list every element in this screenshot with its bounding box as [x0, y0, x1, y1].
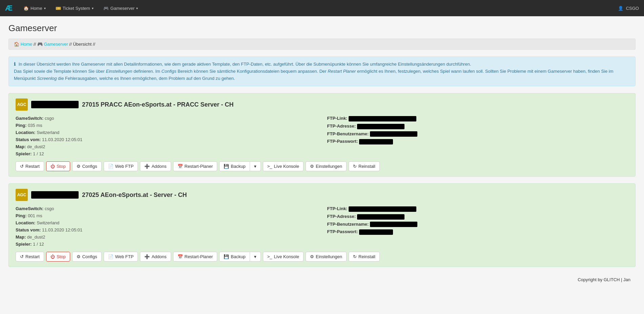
backup-icon: 💾: [224, 254, 229, 259]
backup-dropdown-2[interactable]: ▾: [250, 252, 261, 262]
gameswitch-row-1: GameSwitch: csgo: [16, 116, 317, 121]
stop-button-1[interactable]: ⏻ Stop: [46, 161, 70, 171]
location-val-2: Switzerland: [37, 220, 59, 225]
addons-button-2[interactable]: ➕ Addons: [140, 252, 171, 262]
ftp-pass-val-2: [359, 229, 393, 235]
server-header-2: AGC 27025 AEon-eSports.at - Server - CH: [16, 189, 628, 201]
breadcrumb-gameserver[interactable]: 🎮 Gameserver: [37, 42, 68, 47]
configs-icon: ⚙: [77, 164, 81, 169]
configs-button-1[interactable]: ⚙ Configs: [72, 161, 102, 171]
alert-text2: Das Spiel sowie die Template können Sie …: [14, 69, 106, 74]
addons-icon: ➕: [144, 164, 150, 169]
info-alert: ℹ In dieser Übersicht werden Ihre Gamese…: [8, 57, 636, 86]
alert-link4[interactable]: Screenlog: [37, 76, 57, 81]
backup-group-2: 💾 Backup ▾: [219, 252, 261, 262]
configs-icon: ⚙: [77, 254, 81, 259]
map-row-1: Map: de_dust2: [16, 144, 317, 149]
alert-text6: die Fehlerausgaben, welche es Ihnen ermö…: [57, 76, 235, 81]
console-icon: >_: [267, 164, 272, 169]
restart-button-1[interactable]: ↺ Restart: [16, 161, 44, 171]
restartplaner-button-2[interactable]: 📅 Restart-Planer: [173, 252, 217, 262]
ftp-user-row-2: FTP-Benutzername:: [327, 222, 629, 227]
breadcrumb-current: Übersicht: [73, 42, 91, 47]
alert-text3: definieren. Im: [132, 69, 162, 74]
stop-button-2[interactable]: ⏻ Stop: [46, 252, 70, 262]
alert-link2[interactable]: Configs: [162, 69, 176, 74]
players-row-2: Spieler: 1 / 12: [16, 242, 317, 247]
ftp-addr-val-1: [357, 124, 404, 129]
addons-button-1[interactable]: ➕ Addons: [140, 161, 171, 171]
ftp-pass-row-1: FTP-Passwort:: [327, 139, 629, 144]
page-content: Gameserver 🏠 Home // 🎮 Gameserver // Übe…: [0, 16, 644, 292]
console-button-1[interactable]: >_ Live Konsole: [263, 161, 304, 171]
nav-ticket[interactable]: 🎫 Ticket System ▾: [51, 3, 98, 14]
ping-row-1: Ping: 035 ms: [16, 123, 317, 128]
ping-row-2: Ping: 001 ms: [16, 213, 317, 218]
alert-text4: Bereich können Sie sämtliche Konfigurati…: [176, 69, 328, 74]
restart-button-2[interactable]: ↺ Restart: [16, 252, 44, 262]
status-val-2: 11.03.2020 12:05:01: [42, 227, 82, 232]
webftp-button-2[interactable]: 📄 Web FTP: [104, 252, 138, 262]
location-row-1: Location: Switzerland: [16, 130, 317, 135]
nav-gameserver-label: Gameserver: [110, 6, 135, 11]
ftp-icon: 📄: [108, 164, 113, 169]
gameswitch-val-2: csgo: [45, 206, 54, 211]
map-val-2: de_dust2: [27, 234, 45, 240]
stop-icon: ⏻: [50, 164, 55, 169]
settings-button-1[interactable]: ⚙ Einstellungen: [306, 161, 347, 171]
nav-right: 👤 CSGO: [618, 6, 639, 11]
location-row-2: Location: Switzerland: [16, 220, 317, 225]
backup-dropdown-1[interactable]: ▾: [250, 161, 261, 171]
ftp-addr-row-2: FTP-Adresse:: [327, 214, 629, 220]
server-ip-2: [31, 191, 79, 199]
stop-icon: ⏻: [50, 254, 55, 259]
configs-button-2[interactable]: ⚙ Configs: [72, 252, 102, 262]
ftp-user-val-1: [370, 131, 417, 137]
breadcrumb: 🏠 Home // 🎮 Gameserver // Übersicht //: [8, 39, 636, 50]
gameswitch-row-2: GameSwitch: csgo: [16, 206, 317, 211]
backup-group-1: 💾 Backup ▾: [219, 161, 261, 171]
alert-link3[interactable]: Restart Planer: [328, 69, 356, 74]
navbar: Æ 🏠 Home ▾ 🎫 Ticket System ▾ 🎮 Gameserve…: [0, 0, 644, 16]
map-row-2: Map: de_dust2: [16, 234, 317, 240]
console-button-2[interactable]: >_ Live Konsole: [263, 252, 304, 262]
server-info-left-1: GameSwitch: csgo Ping: 035 ms Location: …: [16, 116, 317, 156]
reinstall-button-2[interactable]: ↻ Reinstall: [349, 252, 380, 262]
brand-logo[interactable]: Æ: [5, 4, 13, 13]
server-ip-1: [31, 101, 79, 108]
breadcrumb-home[interactable]: 🏠 Home: [14, 42, 32, 47]
status-row-2: Status vom: 11.03.2020 12:05:01: [16, 227, 317, 232]
nav-gameserver[interactable]: 🎮 Gameserver ▾: [99, 3, 142, 14]
info-icon: ℹ: [14, 62, 16, 67]
status-val-1: 11.03.2020 12:05:01: [42, 137, 82, 142]
reinstall-icon: ↻: [353, 254, 357, 259]
page-title: Gameserver: [8, 23, 636, 33]
alert-text1: In dieser Übersicht werden Ihre Gameserv…: [19, 62, 471, 67]
action-buttons-2: ↺ Restart ⏻ Stop ⚙ Configs 📄 Web FTP ➕ A…: [16, 252, 628, 262]
server-info-2: GameSwitch: csgo Ping: 001 ms Location: …: [16, 206, 628, 247]
server-title-1: 27015 PRACC AEon-eSports.at - PRACC Serv…: [82, 101, 233, 108]
nav-home-label: Home: [30, 6, 42, 11]
ftp-pass-row-2: FTP-Passwort:: [327, 229, 629, 235]
ftp-user-val-2: [370, 222, 417, 227]
backup-button-1[interactable]: 💾 Backup: [219, 161, 250, 171]
server-card-1: AGC 27015 PRACC AEon-eSports.at - PRACC …: [8, 93, 636, 177]
ftp-user-row-1: FTP-Benutzername:: [327, 131, 629, 137]
server-header-1: AGC 27015 PRACC AEon-eSports.at - PRACC …: [16, 98, 628, 111]
players-row-1: Spieler: 1 / 12: [16, 151, 317, 156]
webftp-button-1[interactable]: 📄 Web FTP: [104, 161, 138, 171]
backup-button-2[interactable]: 💾 Backup: [219, 252, 250, 262]
ftp-link-val-2: [349, 206, 416, 212]
server-game-icon-1: AGC: [16, 98, 28, 111]
server-info-1: GameSwitch: csgo Ping: 035 ms Location: …: [16, 116, 628, 156]
console-icon: >_: [267, 254, 272, 259]
map-val-1: de_dust2: [27, 144, 45, 149]
restartplaner-button-1[interactable]: 📅 Restart-Planer: [173, 161, 217, 171]
nav-home[interactable]: 🏠 Home ▾: [19, 3, 50, 14]
ftp-icon: 📄: [108, 254, 113, 259]
ftp-link-val-1: [349, 116, 416, 121]
reinstall-button-1[interactable]: ↻ Reinstall: [349, 161, 380, 171]
alert-link1[interactable]: Einstellungen: [106, 69, 132, 74]
gameserver-nav-icon: 🎮: [103, 6, 109, 11]
settings-button-2[interactable]: ⚙ Einstellungen: [306, 252, 347, 262]
